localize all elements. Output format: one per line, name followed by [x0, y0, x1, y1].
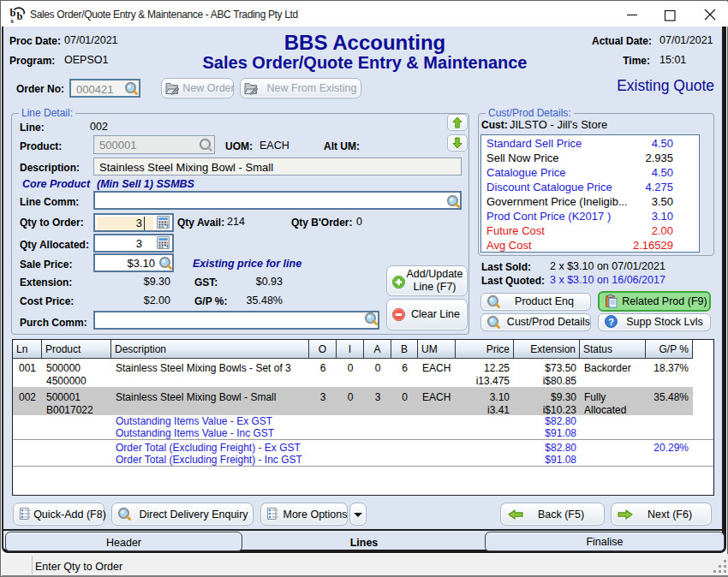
svg-text:b: b: [17, 10, 23, 22]
